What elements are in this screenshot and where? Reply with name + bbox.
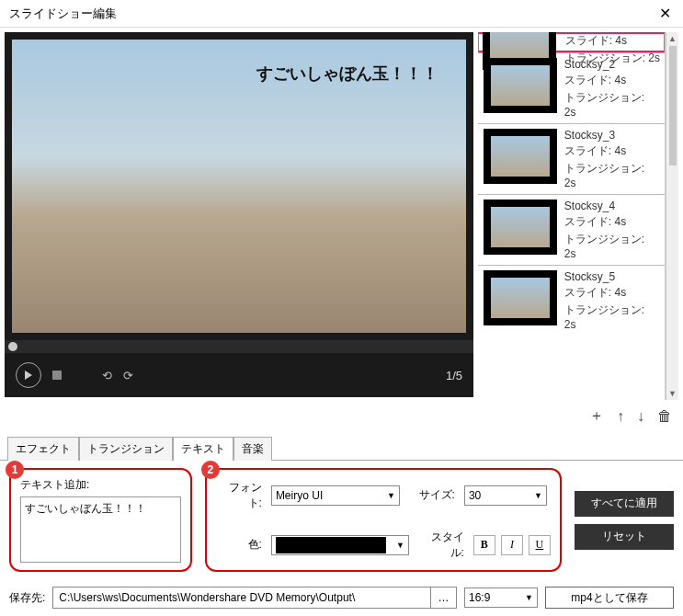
tab-effect[interactable]: エフェクト [7,437,79,461]
tab-text[interactable]: テキスト [173,437,233,461]
slide-duration: スライド: 4s [565,33,660,49]
slide-thumbnail [484,58,557,113]
slide-name: Stocksy_2 [564,58,659,71]
callout-1: 1 [6,461,24,479]
slide-name: Stocksy_3 [564,129,659,142]
slides-list: Stocksy_1スライド: 4sトランジション: 2sStocksy_2スライ… [478,32,666,400]
chevron-down-icon: ▼ [525,593,533,602]
chevron-down-icon: ▼ [387,491,395,500]
slide-item[interactable]: Stocksy_4スライド: 4sトランジション: 2s [478,194,665,265]
slide-name: Stocksy_4 [564,200,659,212]
color-label: 色: [216,537,262,553]
chevron-down-icon: ▼ [534,491,542,500]
preview-canvas: すごいしゃぼん玉！！！ [5,32,473,340]
titlebar: スライドショー編集 ✕ [0,0,683,28]
browse-button[interactable]: … [430,587,456,608]
delete-slide-icon[interactable]: 🗑 [657,408,672,425]
style-label: スタイル: [418,530,464,561]
bold-button[interactable]: B [473,535,495,555]
slide-transition: トランジション: 2s [564,302,659,331]
save-to-label: 保存先: [9,590,45,606]
svg-marker-0 [25,371,32,380]
slide-item[interactable]: Stocksy_3スライド: 4sトランジション: 2s [478,123,665,194]
save-mp4-button[interactable]: mp4として保存 [545,587,674,609]
footer: 保存先: … 16:9 ▼ mp4として保存 [0,579,683,616]
callout-2: 2 [201,461,220,479]
output-path-input[interactable] [53,587,430,608]
scrollbar-thumb[interactable] [669,46,677,165]
preview-overlay-text[interactable]: すごいしゃぼん玉！！！ [256,63,438,85]
rotate-right-icon[interactable]: ⟳ [123,369,133,382]
player-controls: ⟲ ⟳ 1/5 [5,353,473,397]
move-up-icon[interactable]: ↑ [617,408,624,425]
slide-transition: トランジション: 2s [564,161,659,189]
slide-thumbnail [484,129,557,184]
reset-button[interactable]: リセット [575,524,674,550]
slide-item[interactable]: Stocksy_5スライド: 4sトランジション: 2s [478,265,665,336]
size-label: サイズ: [409,487,455,503]
text-style-group: 2 フォント: Meiryo UI ▼ サイズ: 30 ▼ 色: ▼ スタイル:… [205,468,562,572]
slide-actions: ＋ ↑ ↓ 🗑 [0,400,683,432]
text-add-label: テキスト追加: [20,477,181,493]
slide-transition: トランジション: 2s [564,90,659,119]
slide-counter: 1/5 [446,369,462,382]
apply-all-button[interactable]: すべてに適用 [575,491,674,517]
color-select[interactable]: ▼ [271,535,409,555]
add-slide-icon[interactable]: ＋ [589,406,604,426]
tab-transition[interactable]: トランジション [79,437,173,461]
play-icon [24,371,33,380]
play-button[interactable] [16,362,41,388]
chevron-down-icon: ▼ [396,541,404,550]
stop-button[interactable] [52,371,62,380]
move-down-icon[interactable]: ↓ [637,408,644,425]
slide-item[interactable]: Stocksy_2スライド: 4sトランジション: 2s [478,52,665,123]
timeline[interactable] [5,340,473,353]
text-panel: 1 テキスト追加: 2 フォント: Meiryo UI ▼ サイズ: 30 ▼ … [0,460,683,579]
slide-name: Stocksy_5 [564,270,659,283]
size-value: 30 [469,489,481,502]
font-value: Meiryo UI [276,489,323,502]
aspect-select[interactable]: 16:9 ▼ [464,587,538,608]
underline-button[interactable]: U [529,535,551,555]
font-label: フォント: [216,480,262,511]
slide-duration: スライド: 4s [564,143,659,159]
italic-button[interactable]: I [501,535,523,555]
window-title: スライドショー編集 [9,6,655,22]
slide-thumbnail [484,200,557,255]
tab-music[interactable]: 音楽 [233,437,272,461]
timeline-playhead[interactable] [8,342,17,351]
scrollbar[interactable]: ▲ ▼ [666,32,678,400]
aspect-value: 16:9 [469,591,490,604]
slide-thumbnail [484,270,557,325]
text-add-input[interactable] [20,496,181,563]
slide-transition: トランジション: 2s [564,232,659,260]
slide-duration: スライド: 4s [564,285,659,301]
tab-row: エフェクト トランジション テキスト 音楽 [0,436,683,460]
scroll-down-icon[interactable]: ▼ [666,387,678,400]
font-select[interactable]: Meiryo UI ▼ [271,485,400,506]
scroll-up-icon[interactable]: ▲ [666,32,678,45]
text-add-group: 1 テキスト追加: [9,468,192,572]
close-icon[interactable]: ✕ [655,5,674,23]
rotate-left-icon[interactable]: ⟲ [102,369,112,382]
color-swatch [276,537,386,553]
slide-item[interactable]: Stocksy_1スライド: 4sトランジション: 2s [478,32,665,52]
slide-duration: スライド: 4s [564,214,659,230]
preview-image: すごいしゃぼん玉！！！ [12,40,466,333]
size-select[interactable]: 30 ▼ [464,485,547,506]
slide-duration: スライド: 4s [564,73,659,88]
